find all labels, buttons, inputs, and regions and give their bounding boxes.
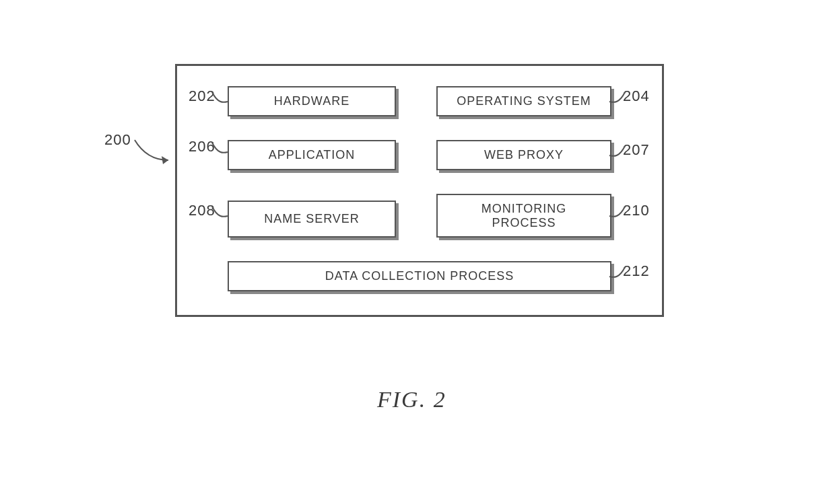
block-hardware-label: HARDWARE: [274, 94, 349, 108]
ref-207: 207: [623, 141, 650, 159]
block-os-label: OPERATING SYSTEM: [457, 94, 591, 108]
block-name-server-label: NAME SERVER: [264, 212, 360, 226]
leader-212: [606, 266, 626, 283]
block-web-proxy: WEB PROXY: [436, 140, 611, 170]
block-name-server: NAME SERVER: [228, 201, 396, 238]
block-web-proxy-label: WEB PROXY: [484, 148, 564, 162]
block-os: OPERATING SYSTEM: [436, 86, 611, 116]
block-application: APPLICATION: [228, 140, 396, 170]
block-hardware: HARDWARE: [228, 86, 396, 116]
figure-caption: FIG. 2: [377, 387, 446, 412]
leader-204: [606, 91, 626, 108]
svg-marker-0: [162, 156, 168, 164]
ref-200: 200: [104, 131, 131, 149]
block-data-collection-label: DATA COLLECTION PROCESS: [325, 269, 514, 283]
leader-210: [606, 205, 626, 222]
leader-202: [211, 91, 231, 108]
block-data-collection: DATA COLLECTION PROCESS: [228, 261, 611, 291]
leader-208: [211, 205, 231, 222]
diagram-canvas: 200 HARDWARE OPERATING SYSTEM APPLICATIO…: [0, 0, 835, 504]
leader-200: [131, 137, 178, 164]
ref-212: 212: [623, 262, 650, 280]
block-monitoring: MONITORING PROCESS: [436, 194, 611, 238]
block-monitoring-label: MONITORING PROCESS: [481, 202, 567, 229]
ref-204: 204: [623, 87, 650, 105]
block-application-label: APPLICATION: [269, 148, 356, 162]
container-box: HARDWARE OPERATING SYSTEM APPLICATION WE…: [175, 64, 664, 317]
leader-207: [606, 145, 626, 161]
ref-210: 210: [623, 202, 650, 219]
leader-206: [211, 141, 231, 158]
